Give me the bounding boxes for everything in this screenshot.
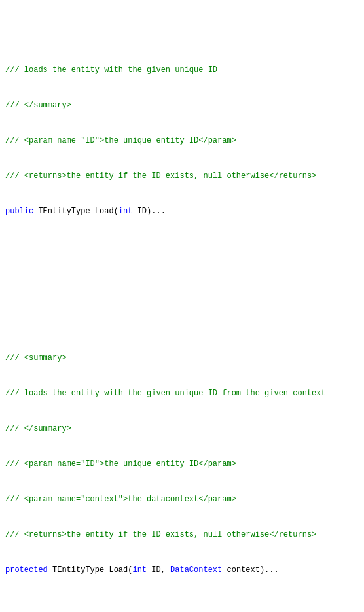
comment-line: /// <param name="ID">the unique entity I… (5, 135, 359, 147)
datacontext-link[interactable]: DataContext (170, 566, 222, 575)
code-line: public TEntityType Load(int ID)... (5, 206, 359, 217)
section-load: /// loads the entity with the given uniq… (5, 41, 359, 241)
comment-line: /// </summary> (5, 99, 359, 111)
comment-line: /// <param name="ID">the unique entity I… (5, 458, 359, 470)
comment-line: /// loads the entity with the given uniq… (5, 387, 359, 399)
comment-line: /// <param name="context">the datacontex… (5, 494, 359, 505)
code-line: protected TEntityType Load(int ID, DataC… (5, 564, 359, 576)
comment-line: /// </summary> (5, 423, 359, 435)
comment-returns: /// <returns>the entity if the ID exists… (5, 529, 359, 541)
comment-returns: /// <returns>the entity if the ID exists… (5, 170, 359, 182)
code-viewer: /// loads the entity with the given uniq… (3, 5, 361, 612)
comment-line: /// loads the entity with the given uniq… (5, 64, 359, 76)
comment-line: /// <summary> (5, 352, 359, 364)
section-load-context: /// <summary> /// loads the entity with … (5, 293, 359, 600)
